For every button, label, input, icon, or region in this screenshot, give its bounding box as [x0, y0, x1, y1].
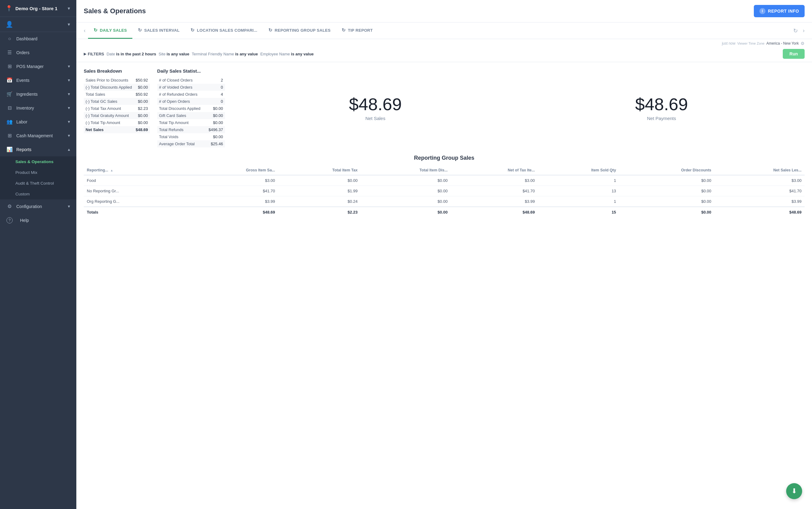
table-row: (-) Total Tip Amount$0.00	[84, 119, 150, 126]
subnav-custom[interactable]: Custom	[0, 189, 76, 199]
row-label: Sales Prior to Discounts	[84, 77, 134, 84]
sidebar: 📍 Demo Org - Store 1 ▼ 👤 ▼ ○ Dashboard ☰…	[0, 0, 76, 509]
tab-daily-sales[interactable]: ↻ DAILY SALES	[88, 23, 132, 39]
org-chevron-icon: ▼	[67, 6, 71, 11]
table-cell: $0.24	[278, 196, 361, 207]
net-sales-value: $48.69	[242, 95, 509, 114]
site-filter: Site is any value	[159, 52, 189, 56]
totals-cell: $0.00	[361, 207, 451, 217]
sidebar-item-label: Events	[16, 78, 30, 83]
main-content: Sales & Operations i REPORT INFO ‹ ↻ DAI…	[76, 0, 812, 509]
table-cell: $0.00	[619, 186, 714, 196]
tab-more-arrow[interactable]: ›	[800, 27, 807, 34]
tab-reporting-group-sales[interactable]: ↻ REPORTING GROUP SALES	[263, 23, 336, 39]
sidebar-item-label: Orders	[16, 50, 30, 55]
sidebar-item-label: Help	[20, 218, 29, 223]
tab-next-arrow[interactable]: ↻	[791, 27, 800, 34]
tab-label: DAILY SALES	[100, 28, 127, 33]
tab-label: SALES INTERVAL	[144, 28, 179, 33]
sidebar-item-configuration[interactable]: ⚙ Configuration ▼	[0, 199, 76, 213]
tab-prev-arrow[interactable]: ‹	[81, 27, 88, 34]
table-row: Sales Prior to Discounts$50.92	[84, 77, 150, 84]
timezone-gear-icon[interactable]: ⚙	[801, 41, 805, 46]
filters-toggle[interactable]: ▶ FILTERS	[84, 52, 104, 56]
table-cell: $3.99	[451, 196, 538, 207]
cash-chevron-icon: ▼	[67, 134, 71, 138]
orders-icon: ☰	[6, 49, 12, 56]
row-value: 2	[205, 77, 225, 84]
download-button[interactable]: ⬇	[786, 483, 802, 499]
subnav-product-mix[interactable]: Product Mix	[0, 167, 76, 178]
row-value: $0.00	[134, 84, 150, 91]
sales-breakdown: Sales Breakdown Sales Prior to Discounts…	[84, 68, 150, 147]
row-value: 0	[205, 98, 225, 105]
tab-sales-interval[interactable]: ↻ SALES INTERVAL	[132, 23, 185, 39]
run-button[interactable]: Run	[783, 49, 805, 59]
sidebar-item-reports[interactable]: 📊 Reports ▲	[0, 142, 76, 156]
config-chevron-icon: ▼	[67, 204, 71, 209]
table-cell: $0.00	[278, 175, 361, 186]
table-cell: 1	[538, 196, 619, 207]
totals-cell: Totals	[84, 207, 185, 217]
reports-subnav: Sales & Operations Product Mix Audit & T…	[0, 156, 76, 199]
events-chevron-icon: ▼	[67, 78, 71, 82]
row-value: $50.92	[134, 91, 150, 98]
row-label: (-) Total GC Sales	[84, 98, 134, 105]
org-selector[interactable]: 📍 Demo Org - Store 1 ▼	[0, 0, 76, 17]
sidebar-item-help[interactable]: ? Help	[0, 213, 76, 228]
page-title: Sales & Operations	[84, 7, 146, 15]
totals-cell: $48.69	[451, 207, 538, 217]
row-value: 4	[205, 91, 225, 98]
table-row: (-) Total Gratuity Amount$0.00	[84, 112, 150, 119]
table-row: (-) Total Discounts Applied$0.00	[84, 84, 150, 91]
sidebar-item-dashboard[interactable]: ○ Dashboard	[0, 32, 76, 45]
subnav-label: Audit & Theft Control	[15, 181, 54, 185]
tab-label: LOCATION SALES COMPARI...	[197, 28, 257, 33]
sidebar-item-inventory[interactable]: ⊟ Inventory ▼	[0, 101, 76, 115]
sidebar-item-labor[interactable]: 👥 Labor ▼	[0, 115, 76, 129]
sales-interval-refresh-icon: ↻	[138, 27, 142, 33]
tab-tip-report[interactable]: ↻ TIP REPORT	[336, 23, 378, 39]
sidebar-item-cash-management[interactable]: ⊞ Cash Management ▼	[0, 129, 76, 142]
sidebar-item-events[interactable]: 📅 Events ▼	[0, 73, 76, 87]
user-profile[interactable]: 👤 ▼	[0, 17, 76, 32]
table-row: (-) Total Tax Amount$2.23	[84, 105, 150, 112]
reports-chevron-icon: ▲	[67, 147, 71, 152]
net-sales-label: Net Sales	[242, 116, 509, 121]
sidebar-item-label: Reports	[16, 147, 31, 152]
sidebar-item-ingredients[interactable]: 🛒 Ingredients ▼	[0, 87, 76, 101]
subnav-audit-theft[interactable]: Audit & Theft Control	[0, 178, 76, 189]
org-name: Demo Org - Store 1	[15, 6, 67, 11]
column-header[interactable]: Reporting... ▲	[84, 166, 185, 175]
report-info-button[interactable]: i REPORT INFO	[754, 5, 805, 17]
table-cell: $3.00	[185, 175, 278, 186]
totals-cell: $48.69	[714, 207, 805, 217]
row-value: 0	[205, 84, 225, 91]
table-cell: $0.00	[619, 175, 714, 186]
tab-location-sales[interactable]: ↻ LOCATION SALES COMPARI...	[185, 23, 263, 39]
subnav-label: Product Mix	[15, 170, 37, 175]
sidebar-item-label: Dashboard	[16, 36, 38, 41]
inventory-icon: ⊟	[6, 105, 12, 111]
table-row: Net Sales$48.69	[84, 126, 150, 133]
table-row: Org Reporting G...$3.99$0.24$0.00$3.991$…	[84, 196, 805, 207]
location-refresh-icon: ↻	[191, 27, 195, 33]
row-label: Total Tip Amount	[157, 119, 206, 126]
user-icon: 👤	[5, 21, 13, 28]
sidebar-item-pos-manager[interactable]: ⊞ POS Manager ▼	[0, 59, 76, 73]
date-filter: Date is in the past 2 hours	[106, 52, 156, 56]
table-row: # of Refunded Orders4	[157, 91, 225, 98]
row-label: # of Voided Orders	[157, 84, 206, 91]
table-row: Average Order Total$25.46	[157, 140, 225, 147]
cash-icon: ⊞	[6, 133, 12, 138]
net-payments-value: $48.69	[528, 95, 796, 114]
sidebar-item-orders[interactable]: ☰ Orders	[0, 45, 76, 59]
employee-filter: Employee Name is any value	[261, 52, 314, 56]
row-label: (-) Total Tip Amount	[84, 119, 134, 126]
sidebar-item-label: Inventory	[16, 106, 34, 110]
timezone-bar: just now Viewer Time Zone America - New …	[76, 39, 812, 46]
table-cell: Org Reporting G...	[84, 196, 185, 207]
subnav-sales-operations[interactable]: Sales & Operations	[0, 156, 76, 167]
timezone-value: America - New York	[767, 41, 799, 45]
sort-icon: ▲	[110, 169, 113, 172]
